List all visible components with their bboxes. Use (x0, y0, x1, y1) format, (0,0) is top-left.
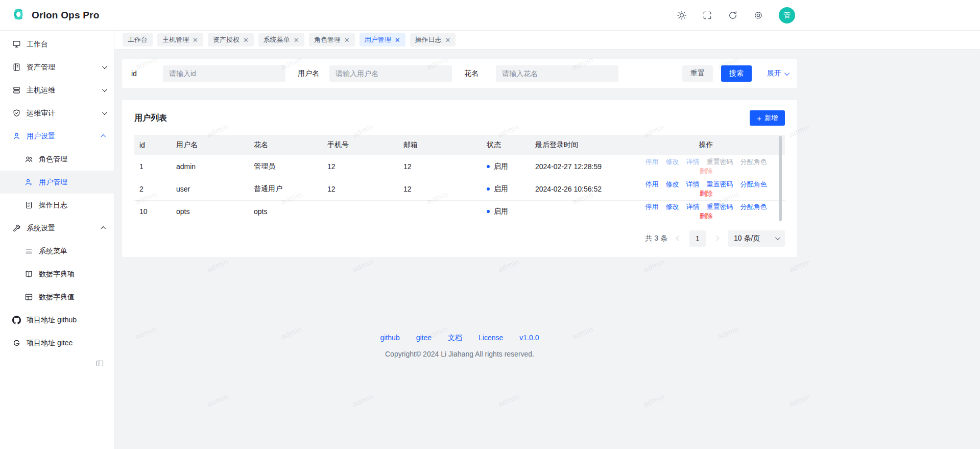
gear-icon (753, 10, 763, 20)
brand[interactable]: Orion Ops Pro (0, 6, 114, 24)
chevron-up-icon (101, 226, 106, 231)
chevron-down-icon (784, 70, 790, 76)
field-label: id (131, 69, 163, 78)
expand-toggle[interactable]: 展开 (767, 69, 788, 78)
user-avatar[interactable]: 管 (779, 7, 795, 23)
sidebar-item-host-ops[interactable]: 主机运维 (0, 79, 114, 102)
search-button[interactable]: 搜索 (721, 65, 752, 82)
sidebar-item-gitee[interactable]: 项目地址 gitee (0, 332, 114, 355)
footer-link-docs[interactable]: 文档 (448, 334, 462, 343)
action-disable-link[interactable]: 停用 (646, 180, 659, 188)
fullscreen-button[interactable] (702, 10, 712, 20)
pagination: 共 3 条 1 10 条/页 (134, 230, 785, 247)
action-reset-password-link[interactable]: 重置密码 (707, 180, 733, 188)
action-detail-link[interactable]: 详情 (686, 180, 700, 188)
close-icon[interactable]: ✕ (344, 37, 350, 43)
action-edit-link[interactable]: 修改 (666, 180, 679, 188)
menu-icon (25, 247, 33, 255)
tool-icon (12, 224, 21, 232)
close-icon[interactable]: ✕ (395, 37, 400, 43)
table-cell: 12 (398, 155, 482, 178)
sidebar-item-ops-audit[interactable]: 运维审计 (0, 102, 114, 125)
close-icon[interactable]: ✕ (445, 37, 451, 43)
sidebar-item-label: 系统菜单 (39, 247, 106, 256)
tab-asset-auth[interactable]: 资产授权✕ (208, 33, 254, 46)
page-size-select[interactable]: 10 条/页 (728, 230, 785, 247)
action-delete-link[interactable]: 删除 (700, 190, 713, 197)
username-input[interactable] (329, 65, 452, 82)
sidebar-item-workbench[interactable]: 工作台 (0, 33, 114, 56)
theme-button[interactable] (677, 10, 687, 20)
sidebar-collapse-button[interactable] (95, 359, 105, 368)
action-disable-link[interactable]: 停用 (646, 158, 659, 166)
status-badge: 启用 (494, 184, 508, 193)
action-assign-role-link[interactable]: 分配角色 (740, 180, 767, 188)
footer-link-gitee[interactable]: gitee (416, 334, 432, 343)
user-table: id用户名花名手机号邮箱状态最后登录时间操作 1admin管理员1212启用20… (134, 135, 785, 223)
tab-user-mgmt[interactable]: 用户管理✕ (360, 33, 405, 46)
action-edit-link[interactable]: 修改 (666, 158, 679, 166)
sidebar-item-user-settings[interactable]: 用户设置 (0, 125, 114, 148)
reset-button[interactable]: 重置 (682, 65, 713, 82)
sidebar-item-dict-values[interactable]: 数据字典值 (0, 286, 114, 309)
tab-label: 资产授权 (213, 35, 240, 44)
action-delete-link[interactable]: 删除 (700, 212, 713, 220)
chevron-down-icon (102, 64, 107, 69)
sidebar-item-github[interactable]: 项目地址 github (0, 309, 114, 332)
tab-system-menu[interactable]: 系统菜单✕ (258, 33, 304, 46)
add-user-button[interactable]: + 新增 (750, 110, 785, 126)
github-icon (12, 316, 21, 324)
status-dot (487, 165, 490, 168)
chevron-left-icon (676, 236, 681, 241)
sidebar-item-system-menu[interactable]: 系统菜单 (0, 240, 114, 263)
sidebar-item-system-settings[interactable]: 系统设置 (0, 217, 114, 240)
action-detail-link[interactable]: 详情 (686, 158, 700, 166)
action-detail-link[interactable]: 详情 (686, 203, 700, 210)
chevron-down-icon (102, 87, 107, 92)
fullscreen-icon (702, 10, 712, 20)
search-field-id: id (131, 65, 285, 82)
brand-logo-icon (10, 6, 27, 24)
audit-icon (12, 109, 21, 117)
id-input[interactable] (163, 65, 285, 82)
sidebar-item-op-logs[interactable]: 操作日志 (0, 194, 114, 217)
footer-link-version[interactable]: v1.0.0 (519, 334, 539, 343)
action-assign-role-link[interactable]: 分配角色 (740, 158, 767, 166)
status-cell: 启用 (482, 155, 530, 178)
sidebar-item-asset-mgmt[interactable]: 资产管理 (0, 56, 114, 79)
sidebar-item-label: 用户设置 (27, 132, 97, 141)
action-edit-link[interactable]: 修改 (666, 203, 679, 210)
sidebar-item-label: 工作台 (27, 40, 106, 49)
action-delete-link[interactable]: 删除 (700, 167, 713, 175)
sidebar-item-role-mgmt[interactable]: 角色管理 (0, 148, 114, 171)
tab-label: 操作日志 (415, 35, 442, 44)
nickname-input[interactable] (496, 65, 618, 82)
footer-link-license[interactable]: License (479, 334, 503, 343)
tab-label: 角色管理 (314, 35, 341, 44)
page-number-button[interactable]: 1 (689, 230, 706, 247)
action-disable-link[interactable]: 停用 (646, 203, 659, 210)
tab-op-logs[interactable]: 操作日志✕ (410, 33, 456, 46)
tab-label: 工作台 (128, 35, 148, 44)
next-page-button[interactable] (715, 237, 719, 240)
tab-workbench[interactable]: 工作台 (123, 33, 153, 46)
close-icon[interactable]: ✕ (193, 37, 198, 43)
prev-page-button[interactable] (677, 237, 680, 240)
app-header: Orion Ops Pro 管 (0, 0, 980, 31)
footer-link-github[interactable]: github (380, 334, 400, 343)
action-reset-password-link[interactable]: 重置密码 (707, 158, 733, 166)
column-header: 状态 (482, 135, 530, 155)
action-reset-password-link[interactable]: 重置密码 (707, 203, 733, 210)
action-assign-role-link[interactable]: 分配角色 (740, 203, 767, 210)
sidebar-item-user-mgmt[interactable]: 用户管理 (0, 171, 114, 194)
close-icon[interactable]: ✕ (294, 37, 299, 43)
close-icon[interactable]: ✕ (243, 37, 249, 43)
copyright: Copyright© 2024 Li Jiahang All rights re… (122, 350, 797, 358)
settings-button[interactable] (753, 10, 763, 20)
tab-host-mgmt[interactable]: 主机管理✕ (157, 33, 203, 46)
sidebar-item-dict-items[interactable]: 数据字典项 (0, 263, 114, 286)
refresh-button[interactable] (728, 10, 738, 20)
column-header: 花名 (249, 135, 322, 155)
table-scrollbar[interactable] (779, 136, 782, 221)
tab-role-mgmt[interactable]: 角色管理✕ (309, 33, 355, 46)
